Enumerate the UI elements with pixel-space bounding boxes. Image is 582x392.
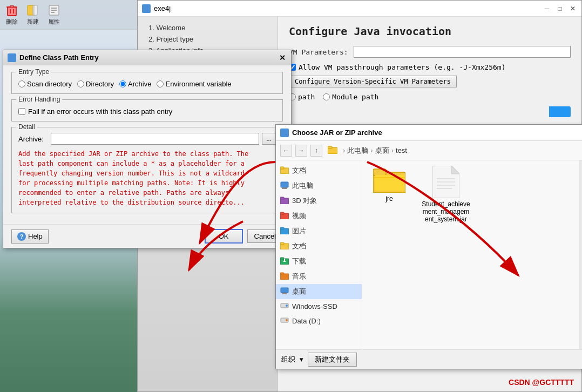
- new-button[interactable]: 新建: [24, 2, 42, 28]
- vm-params-label: VM Parameters:: [289, 48, 348, 56]
- new-label: 新建: [27, 18, 39, 26]
- classpath-row: path Module path: [289, 93, 571, 101]
- svg-rect-35: [282, 294, 287, 294]
- help-label: Help: [28, 232, 43, 240]
- svg-rect-13: [328, 146, 332, 148]
- detail-label: Detail: [16, 123, 37, 131]
- left-toolbar: 删除 新建 属性: [0, 0, 138, 30]
- minimize-button[interactable]: ─: [543, 4, 551, 13]
- help-btn[interactable]: ? Help: [11, 229, 49, 244]
- path-pc[interactable]: 此电脑: [347, 146, 368, 156]
- svg-rect-0: [8, 7, 16, 16]
- radio-scan-dir[interactable]: [18, 80, 25, 87]
- hdd-icon2: [280, 316, 289, 326]
- radio-directory-label: Directory: [77, 80, 114, 88]
- configure-vm-btn[interactable]: Configure Version-Specific VM Parameters: [289, 76, 457, 87]
- arrow-to-jar-file: [351, 157, 534, 292]
- svg-rect-6: [33, 5, 37, 15]
- jar-path-bar: › 此电脑 › 桌面 › test: [343, 146, 407, 156]
- classpath-titlebar: Define Class Path Entry ✕: [3, 50, 291, 65]
- allow-vm-label: Allow VM passthrough parameters (e.g. -J…: [299, 63, 506, 71]
- properties-label: 属性: [48, 18, 60, 26]
- svg-rect-32: [280, 273, 284, 275]
- path-test[interactable]: test: [396, 146, 407, 154]
- hdd-icon: [280, 302, 289, 311]
- svg-point-37: [286, 305, 288, 307]
- blue-indicator: [549, 106, 571, 117]
- delete-label: 删除: [6, 18, 18, 26]
- sidebar-item-windows-ssd[interactable]: Windows-SSD: [276, 299, 362, 314]
- fail-checkbox-row: Fail if an error occurs with this class …: [18, 105, 276, 116]
- back-btn[interactable]: ←: [280, 145, 292, 157]
- vm-params-input[interactable]: [354, 46, 571, 58]
- exe4j-app-icon: [142, 4, 151, 13]
- allow-vm-row: Allow VM passthrough parameters (e.g. -J…: [289, 63, 571, 71]
- help-icon: ?: [17, 232, 26, 241]
- classpath-label: path: [289, 93, 315, 101]
- radio-env-variable-label: Environment variable: [157, 80, 231, 88]
- svg-rect-33: [281, 288, 288, 293]
- nav-item-project-type[interactable]: 2. Project type: [148, 33, 272, 45]
- archive-row: Archive: ...: [18, 133, 276, 145]
- up-btn[interactable]: ↑: [310, 145, 322, 157]
- exe4j-main-title: Configure Java invocation: [289, 25, 571, 38]
- archive-input[interactable]: [51, 133, 259, 145]
- jar-scrollbar[interactable]: [579, 160, 582, 349]
- radio-archive[interactable]: [119, 80, 126, 87]
- classpath-dialog-icon: [8, 53, 16, 62]
- classpath-close-btn[interactable]: ✕: [278, 53, 287, 62]
- error-handling-label: Error Handling: [16, 96, 62, 103]
- desktop-icon: [280, 287, 289, 296]
- jar-dialog-icon: [280, 129, 289, 137]
- modulepath-radio[interactable]: [323, 93, 330, 100]
- window-controls: ─ □ ✕: [543, 4, 577, 13]
- entry-type-radios: Scan directory Directory Archive Environ…: [18, 78, 276, 88]
- sidebar-item-data-d[interactable]: Data (D:): [276, 314, 362, 328]
- jar-titlebar: Choose JAR or ZIP archive: [276, 125, 582, 141]
- new-folder-btn[interactable]: 新建文件夹: [308, 353, 357, 367]
- sidebar-item-desktop[interactable]: 桌面: [276, 284, 362, 299]
- csdn-watermark: CSDN @GCTTTTT: [509, 378, 574, 387]
- archive-label: Archive:: [18, 135, 48, 143]
- svg-point-39: [286, 319, 288, 321]
- organize-label: 组织: [281, 355, 295, 364]
- modulepath-label: Module path: [323, 93, 378, 101]
- path-desktop[interactable]: 桌面: [375, 146, 389, 156]
- folder-icon: [328, 145, 337, 156]
- forward-btn[interactable]: →: [295, 145, 307, 157]
- error-handling-group: Error Handling Fail if an error occurs w…: [11, 99, 283, 121]
- jar-bottom-toolbar: 组织 ▾ 新建文件夹: [276, 349, 582, 369]
- arrow-to-ok-btn: [146, 216, 254, 281]
- entry-type-label: Entry Type: [16, 68, 51, 76]
- radio-env-variable[interactable]: [157, 80, 164, 87]
- music-icon: [280, 272, 289, 281]
- sidebar-item-music[interactable]: 音乐: [276, 269, 362, 284]
- browse-btn[interactable]: ...: [262, 133, 276, 145]
- svg-rect-4: [10, 5, 13, 7]
- fail-checkbox-label: Fail if an error occurs with this class …: [28, 107, 172, 116]
- delete-button[interactable]: 删除: [3, 2, 21, 28]
- svg-rect-34: [282, 293, 287, 294]
- nav-item-welcome[interactable]: 1. Welcome: [148, 22, 272, 33]
- radio-archive-label: Archive: [119, 80, 151, 88]
- radio-scan-dir-label: Scan directory: [18, 80, 72, 88]
- entry-type-group: Entry Type Scan directory Directory Arch…: [11, 72, 283, 94]
- properties-button[interactable]: 属性: [45, 2, 63, 28]
- organize-chevron: ▾: [300, 355, 303, 363]
- radio-directory[interactable]: [77, 80, 84, 87]
- close-button[interactable]: ✕: [569, 4, 577, 13]
- fail-checkbox[interactable]: [18, 108, 25, 115]
- maximize-button[interactable]: □: [556, 4, 564, 13]
- classpath-dialog-title: Define Class Path Entry: [19, 53, 99, 62]
- vm-params-row: VM Parameters:: [289, 46, 571, 58]
- exe4j-title: exe4j: [154, 4, 543, 12]
- exe4j-titlebar: exe4j ─ □ ✕: [138, 1, 581, 17]
- jar-dialog-title: Choose JAR or ZIP archive: [292, 129, 382, 137]
